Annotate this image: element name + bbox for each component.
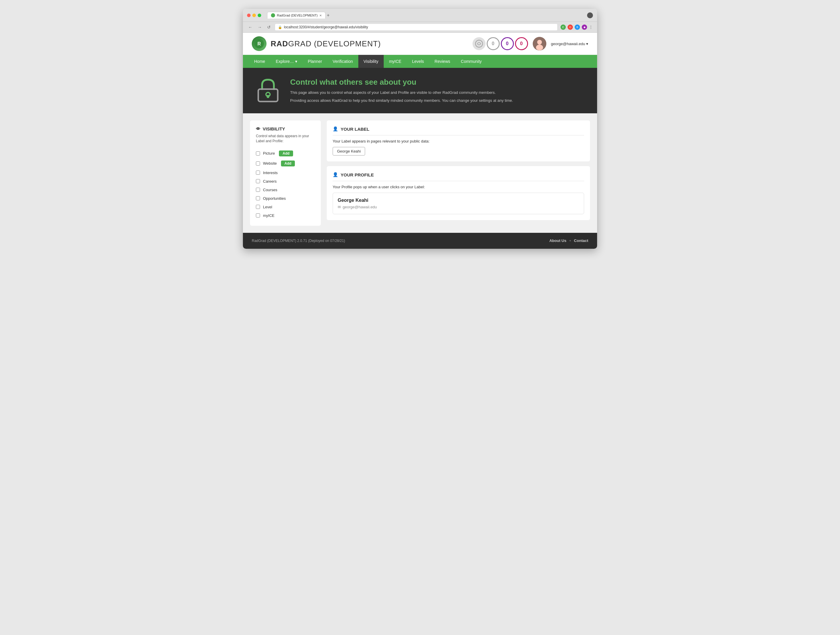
ice-logo-svg — [475, 39, 483, 48]
add-tab-button[interactable]: + — [327, 13, 329, 18]
logo-normal: GRAD (DEVELOPMENT) — [288, 39, 381, 48]
label-courses: Courses — [263, 188, 277, 192]
url-text: localhost:3200/#/student/george@hawaii.e… — [284, 25, 368, 29]
content-grid: 👁 VISIBILITY Control what data appears i… — [250, 120, 590, 226]
svg-point-5 — [536, 44, 543, 50]
app-footer: RadGrad (DEVELOPMENT) 2.0.71 (Deployed o… — [243, 233, 597, 249]
checkbox-item-interests: Interests — [256, 169, 315, 177]
profile-card: George Keahi ✉ george@hawaii.edu — [333, 193, 584, 214]
browser-actions: E O B ◆ ⋮ — [561, 25, 593, 30]
ice-c-value: 0 — [506, 41, 508, 46]
your-profile-desc: Your Profile pops up when a user clicks … — [333, 185, 584, 189]
label-myice: myICE — [263, 213, 275, 218]
your-label-desc: Your Label appears in pages relevant to … — [333, 139, 584, 143]
sidebar-title-text: VISIBILITY — [263, 126, 285, 131]
your-label-title-text: YOUR LABEL — [341, 127, 369, 132]
label-chip: George Keahi — [333, 147, 365, 156]
hero-title: Control what others see about you — [290, 77, 513, 87]
ice-c-badge: 0 — [501, 37, 514, 50]
forward-button[interactable]: → — [256, 24, 263, 30]
svg-rect-8 — [267, 95, 269, 98]
person-icon-profile: 👤 — [333, 172, 338, 177]
browser-tab[interactable]: RadGrad (DEVELOPMENT) ✕ — [267, 12, 325, 19]
close-dot[interactable] — [247, 14, 251, 17]
minimize-dot[interactable] — [253, 14, 256, 17]
your-profile-title-text: YOUR PROFILE — [341, 172, 374, 177]
logo-icon: R — [252, 36, 267, 51]
app-header: R RADGRAD (DEVELOPMENT) 0 — [243, 33, 597, 55]
nav-levels[interactable]: Levels — [407, 55, 429, 68]
nav-planner[interactable]: Planner — [303, 55, 327, 68]
label-level: Level — [263, 205, 272, 209]
checkbox-myice[interactable] — [256, 213, 260, 217]
ice-logo-badge — [472, 37, 486, 50]
person-icon-label: 👤 — [333, 126, 338, 132]
nav-verification[interactable]: Verification — [327, 55, 358, 68]
lock-svg — [255, 77, 281, 103]
nav-explore[interactable]: Explore… ▾ — [270, 55, 302, 68]
checkbox-picture[interactable] — [256, 151, 260, 156]
checkbox-courses[interactable] — [256, 188, 260, 192]
checkbox-item-myice: myICE — [256, 211, 315, 220]
hero-section: Control what others see about you This p… — [243, 68, 597, 113]
checkbox-level[interactable] — [256, 205, 260, 209]
back-button[interactable]: ← — [247, 24, 254, 30]
extensions-icon[interactable]: E — [561, 25, 566, 30]
checkbox-opportunities[interactable] — [256, 196, 260, 200]
email-icon: ✉ — [338, 205, 341, 209]
reload-button[interactable]: ↺ — [266, 24, 272, 30]
more-menu-icon[interactable]: ⋮ — [589, 25, 593, 30]
add-picture-button[interactable]: Add — [279, 150, 293, 156]
ice-i-badge: 0 — [487, 37, 500, 50]
app-nav: Home Explore… ▾ Planner Verification Vis… — [243, 55, 597, 68]
main-content: 👁 VISIBILITY Control what data appears i… — [243, 113, 597, 233]
avatar-svg — [533, 37, 546, 50]
checkbox-careers[interactable] — [256, 179, 260, 183]
svg-text:R: R — [257, 41, 261, 46]
ssl-lock-icon: 🔒 — [278, 25, 282, 29]
header-right: 0 0 0 george@hawaii.edu — [472, 37, 588, 50]
logo-area: R RADGRAD (DEVELOPMENT) — [252, 36, 381, 51]
nav-community[interactable]: Community — [455, 55, 487, 68]
user-name[interactable]: george@hawaii.edu — [551, 42, 588, 46]
svg-point-2 — [475, 40, 483, 47]
tab-favicon — [271, 13, 275, 17]
checkbox-website[interactable] — [256, 161, 260, 165]
checkbox-item-careers: Careers — [256, 177, 315, 186]
visibility-eye-icon: 👁 — [256, 126, 261, 131]
sidebar-title: 👁 VISIBILITY — [256, 126, 315, 131]
maximize-dot[interactable] — [258, 14, 261, 17]
ext2-icon[interactable]: O — [568, 25, 573, 30]
hero-icon — [255, 77, 281, 104]
browser-addressbar: ← → ↺ 🔒 localhost:3200/#/student/george@… — [243, 22, 597, 33]
tab-title: RadGrad (DEVELOPMENT) — [277, 14, 317, 17]
add-website-button[interactable]: Add — [281, 161, 295, 166]
ext3-icon[interactable]: B — [575, 25, 580, 30]
address-field[interactable]: 🔒 localhost:3200/#/student/george@hawaii… — [275, 24, 557, 31]
browser-titlebar: RadGrad (DEVELOPMENT) ✕ + — [243, 9, 597, 22]
label-interests: Interests — [263, 170, 278, 175]
nav-home[interactable]: Home — [249, 55, 270, 68]
checkbox-interests[interactable] — [256, 170, 260, 175]
nav-reviews[interactable]: Reviews — [429, 55, 455, 68]
nav-myice[interactable]: myICE — [384, 55, 407, 68]
hero-text: Control what others see about you This p… — [290, 77, 513, 104]
browser-menu-icon[interactable] — [587, 13, 593, 18]
footer-separator: • — [569, 238, 571, 243]
user-avatar — [533, 37, 546, 50]
checkbox-item-website: Website Add — [256, 158, 315, 169]
tab-close-button[interactable]: ✕ — [319, 14, 322, 17]
nav-explore-label: Explore… — [276, 59, 294, 64]
profile-email-text: george@hawaii.edu — [343, 205, 377, 209]
checkbox-item-picture: Picture Add — [256, 148, 315, 158]
ext4-icon[interactable]: ◆ — [582, 25, 587, 30]
about-us-link[interactable]: About Us — [549, 238, 567, 243]
contact-link[interactable]: Contact — [574, 238, 588, 243]
label-picture: Picture — [263, 151, 275, 156]
nav-visibility[interactable]: Visibility — [358, 55, 384, 68]
label-opportunities: Opportunities — [263, 196, 286, 201]
footer-right: About Us • Contact — [549, 238, 588, 243]
browser-dots — [247, 14, 261, 17]
your-profile-title: 👤 YOUR PROFILE — [333, 172, 584, 181]
logo-svg: R — [254, 38, 264, 49]
